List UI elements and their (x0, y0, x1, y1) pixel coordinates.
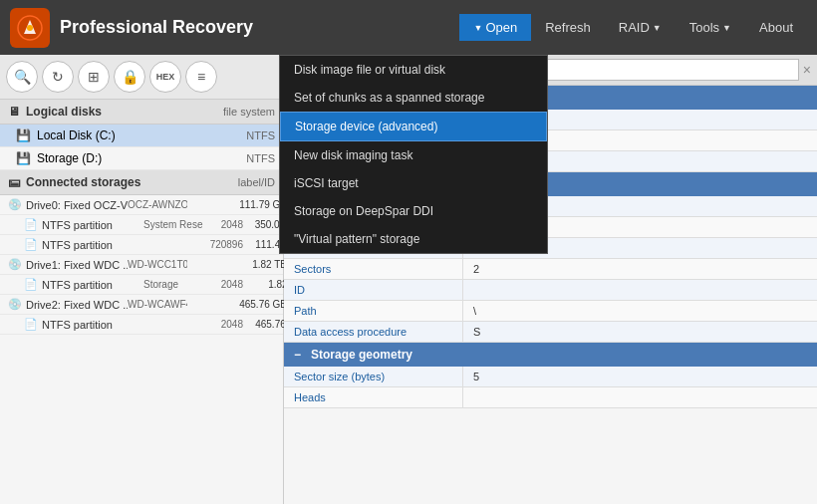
drive1-icon: 💿 (8, 258, 22, 271)
drive0-partition2[interactable]: 📄NTFS partition 720896 111.45 GB (0, 235, 283, 255)
menu-tools[interactable]: Tools ▼ (676, 14, 745, 41)
ntfs-icon-4: 📄 (24, 318, 38, 331)
title-bar: Professional Recovery ▼ Open Refresh RAI… (0, 0, 817, 55)
dropdown-item-storage-device[interactable]: Storage device (advanced) (280, 112, 547, 141)
drive-icon-d: 💾 (16, 151, 31, 165)
prop-row-sectors: Sectors 2 (284, 259, 817, 280)
dropdown-item-disk-image[interactable]: Disk image file or virtual disk (280, 56, 547, 84)
ntfs-icon-1: 📄 (24, 218, 38, 231)
svg-point-2 (27, 25, 33, 31)
menu-raid[interactable]: RAID ▼ (605, 14, 676, 41)
ntfs-icon-3: 📄 (24, 278, 38, 291)
prop-row-id: ID (284, 280, 817, 301)
connected-storages-header: 🖴 Connected storages label/ID (0, 170, 283, 195)
drive2-partition1[interactable]: 📄NTFS partition 2048 465.76 GB (0, 315, 283, 335)
hdd-icon: 🖴 (8, 175, 20, 189)
storage-geometry-header: − Storage geometry (284, 343, 817, 367)
lock-icon[interactable]: 🔒 (114, 61, 145, 93)
prop-row-path: Path \ (284, 301, 817, 322)
menu-tools-arrow: ▼ (722, 23, 731, 33)
monitor-icon: 🖥 (8, 105, 20, 119)
ntfs-icon-2: 📄 (24, 238, 38, 251)
search-close-icon[interactable]: × (803, 62, 811, 78)
dropdown-item-iscsi[interactable]: iSCSI target (280, 169, 547, 197)
geometry-collapse[interactable]: − (294, 348, 301, 362)
app-title: Professional Recovery (60, 17, 253, 38)
hex-icon[interactable]: HEX (149, 61, 181, 93)
prop-row-heads: Heads (284, 387, 817, 408)
dropdown-item-disk-imaging[interactable]: New disk imaging task (280, 141, 547, 169)
menu-open-arrow: ▼ (473, 23, 482, 33)
partition-icon[interactable]: ⊞ (78, 61, 110, 93)
drive1-item[interactable]: 💿Drive1: Fixed WDC ... WD-WCC1T0... 1.82… (0, 255, 283, 275)
drive0-icon: 💿 (8, 198, 22, 211)
menu-open[interactable]: ▼ Open (459, 14, 531, 41)
app-logo (10, 8, 50, 48)
drive0-item[interactable]: 💿Drive0: Fixed OCZ-V... OCZ-AWNZOF... 11… (0, 195, 283, 215)
left-panel: 🔍 ↻ ⊞ 🔒 HEX ≡ 🖥 Logical disks file syste… (0, 55, 284, 504)
dropdown-item-chunks[interactable]: Set of chunks as a spanned storage (280, 84, 547, 112)
open-dropdown: Disk image file or virtual disk Set of c… (279, 55, 548, 254)
dropdown-item-virtual-pattern[interactable]: "Virtual pattern" storage (280, 225, 547, 253)
logical-disks-header: 🖥 Logical disks file system (0, 100, 283, 125)
refresh-icon[interactable]: ↻ (42, 61, 74, 93)
list-icon[interactable]: ≡ (185, 61, 217, 93)
dropdown-item-deepspar[interactable]: Storage on DeepSpar DDI (280, 197, 547, 225)
search-icon[interactable]: 🔍 (6, 61, 38, 93)
prop-row-sector-size: Sector size (bytes) 5 (284, 367, 817, 387)
menu-about[interactable]: About (745, 14, 807, 41)
drive2-icon: 💿 (8, 298, 22, 311)
toolbar: 🔍 ↻ ⊞ 🔒 HEX ≡ (0, 55, 283, 100)
local-disk-c[interactable]: 💾 Local Disk (C:) NTFS (0, 125, 283, 147)
drive0-partition1[interactable]: 📄NTFS partition System Reser... 2048 350… (0, 215, 283, 235)
drive-icon: 💾 (16, 128, 31, 142)
drive1-partition1[interactable]: 📄NTFS partition Storage 2048 1.82 TB (0, 275, 283, 295)
storage-d[interactable]: 💾 Storage (D:) NTFS (0, 147, 283, 170)
prop-row-data-access: Data access procedure S (284, 322, 817, 343)
menu-bar: ▼ Open Refresh RAID ▼ Tools ▼ About (459, 14, 807, 41)
menu-refresh[interactable]: Refresh (531, 14, 605, 41)
drive2-item[interactable]: 💿Drive2: Fixed WDC ... WD-WCAWF4... 465.… (0, 295, 283, 315)
menu-raid-arrow: ▼ (653, 23, 662, 33)
